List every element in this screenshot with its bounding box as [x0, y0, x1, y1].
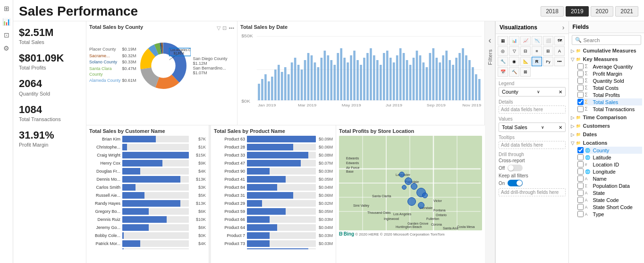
svg-text:Inglewood: Inglewood	[384, 217, 399, 221]
customer-bar-chart-box[interactable]: Total Sales by Customer Name Brian Kim$7…	[86, 125, 209, 263]
viz-panel-arrow[interactable]: ›	[562, 24, 565, 31]
donut-chart-title: Total Sales by County	[89, 24, 143, 30]
tooltips-add-btn[interactable]: Add data fields here	[499, 141, 566, 149]
sidebar-icon-settings[interactable]: ⚙	[2, 44, 11, 53]
field-checkbox-type[interactable]	[577, 211, 584, 217]
viz-icon-more[interactable]: •••	[554, 57, 565, 66]
field-item-total-transactions: ΣTotal Transactions	[577, 105, 642, 113]
field-group-cumulative-header[interactable]: ▷ 📁 Cumulative Measures	[571, 47, 642, 54]
viz-icon-slicer[interactable]: 🔨	[509, 67, 519, 77]
sidebar-icon-chart[interactable]: 📊	[2, 17, 11, 26]
details-add-btn[interactable]: Add data fields here	[499, 105, 566, 114]
svg-rect-77	[445, 51, 448, 100]
field-checkbox-state-code[interactable]	[577, 197, 584, 203]
field-checkbox-name[interactable]	[577, 175, 584, 182]
viz-icon-bar[interactable]: ▦	[498, 36, 508, 45]
keep-all-filters-label: Keep all filters	[499, 173, 566, 178]
kpi-total-transactions-value: 1084	[19, 104, 80, 115]
filters-sidebar[interactable]: ‹ Filters	[485, 21, 495, 263]
viz-icon-ribbon[interactable]: ⊟	[520, 46, 531, 56]
kpi-total-profits-label: Total Profits	[19, 65, 80, 70]
viz-icon-donut[interactable]: ◎	[498, 46, 508, 56]
values-select[interactable]: Total Sales ∨ ✕	[499, 123, 566, 132]
viz-icon-area[interactable]: 📉	[532, 36, 542, 45]
table-row: Product 64$0.04M	[214, 224, 333, 231]
field-checkbox-latitude[interactable]	[577, 154, 584, 160]
keep-filters-toggle[interactable]	[508, 180, 523, 186]
viz-icon-card[interactable]: A	[554, 46, 565, 56]
year-btn-2019[interactable]: 2019	[566, 6, 589, 17]
svg-rect-38	[317, 67, 320, 100]
field-checkbox-total-sales[interactable]	[577, 99, 584, 105]
sidebar-icon-grid[interactable]: ⊞	[2, 4, 11, 13]
line-chart-box[interactable]: Total Sales by Date $50K $0K	[237, 21, 485, 125]
year-btn-2020[interactable]: 2020	[591, 6, 614, 17]
viz-icon-treemap[interactable]: ⊠	[520, 67, 531, 77]
svg-rect-75	[439, 62, 441, 100]
map-chart-box[interactable]: Total Profits by Store Location	[336, 125, 485, 263]
field-search-box[interactable]: 🔍	[572, 35, 641, 45]
values-value: Total Sales	[502, 124, 527, 130]
field-checkbox-longitude[interactable]	[577, 168, 584, 175]
field-search-input[interactable]	[584, 37, 638, 43]
field-checkbox-qty-sold[interactable]	[577, 78, 584, 84]
legend-select[interactable]: County ∨ ✕	[499, 87, 566, 96]
svg-rect-74	[435, 58, 438, 100]
field-checkbox-state-short-code[interactable]	[577, 204, 584, 210]
field-checkbox-total-transactions[interactable]	[577, 106, 584, 112]
cumulative-label: Cumulative Measures	[583, 48, 636, 53]
sidebar-icon-layout[interactable]: ⊡	[2, 30, 11, 40]
svg-rect-47	[347, 62, 349, 100]
viz-icon-scatter[interactable]: ⬜	[543, 36, 553, 45]
viz-icon-kpi[interactable]: 🔧	[498, 57, 508, 66]
filter-icon[interactable]: ▽	[217, 25, 220, 31]
field-checkbox-population[interactable]	[577, 183, 584, 189]
field-checkbox-avg-qty[interactable]	[577, 63, 584, 70]
viz-icon-line[interactable]: 📈	[520, 36, 531, 45]
right-panels-wrapper: Visualizations › ▦ 📊 📈 📉 ⬜ 🗺	[495, 21, 644, 263]
field-checkbox-county[interactable]	[577, 147, 584, 153]
field-checkbox-profit-margin[interactable]	[577, 70, 584, 77]
viz-icon-gauge[interactable]: ◉	[509, 57, 519, 66]
year-btn-2018[interactable]: 2018	[541, 6, 564, 17]
viz-icon-py[interactable]: Py	[543, 57, 553, 66]
filters-arrow[interactable]: ‹	[489, 35, 491, 45]
viz-icon-date[interactable]: 📅	[498, 67, 508, 77]
add-drillthrough-btn[interactable]: Add drill-through fields here	[499, 188, 566, 196]
viz-icon-waterfall[interactable]: 📐	[520, 57, 531, 66]
expand-icon[interactable]: ⊡	[222, 25, 227, 31]
year-btn-2021[interactable]: 2021	[615, 6, 638, 17]
legend-close[interactable]: ✕	[559, 89, 562, 95]
product-bar-chart-box[interactable]: Total Sales by Product Name Product 63$0…	[211, 125, 336, 263]
field-group-dates-header[interactable]: ▷ 📁 Dates	[571, 131, 642, 138]
svg-rect-72	[429, 53, 432, 100]
more-icon[interactable]: •••	[229, 25, 234, 31]
values-close[interactable]: ✕	[559, 125, 562, 130]
table-row: Russell Aie...$5K	[89, 192, 206, 199]
key-arrow-icon: ▽	[571, 57, 575, 62]
field-checkbox-location-id[interactable]	[577, 161, 584, 167]
field-checkbox-total-costs[interactable]	[577, 85, 584, 91]
field-checkbox-state[interactable]	[577, 190, 584, 196]
field-label-avg-qty: Average Quantity	[593, 64, 633, 70]
viz-icon-r[interactable]: R	[532, 57, 542, 66]
table-row: Brian Kim$7K	[89, 136, 206, 142]
donut-chart-box[interactable]: Total Sales by County ▽ ⊡ ••• Placer Cou…	[86, 21, 237, 125]
field-group-time-header[interactable]: ▷ 📁 Time Comparison	[571, 114, 642, 121]
field-label-latitude: Latitude	[593, 155, 611, 160]
field-group-customers-header[interactable]: ▷ 📁 Customers	[571, 122, 642, 130]
map-container[interactable]: Edwards Edwards Air Force Base Lancaster…	[339, 136, 482, 230]
key-measures-label: Key Measures	[583, 56, 618, 62]
svg-rect-30	[291, 62, 293, 100]
viz-icon-map[interactable]: 🗺	[554, 36, 565, 45]
viz-icon-funnel[interactable]: ▽	[509, 46, 519, 56]
field-checkbox-total-profits[interactable]	[577, 92, 584, 98]
viz-icon-matrix[interactable]: ⊞	[543, 46, 553, 56]
cross-report-toggle[interactable]	[508, 165, 523, 171]
cross-report-toggle-knob	[508, 165, 514, 171]
svg-rect-41	[327, 55, 329, 100]
field-group-key-header[interactable]: ▽ 📁 Key Measures	[571, 55, 642, 63]
field-group-locations-header[interactable]: ▽ 📁 Locations	[571, 139, 642, 147]
viz-icon-column[interactable]: 📊	[509, 36, 519, 45]
viz-icon-table[interactable]: ≡	[532, 46, 542, 56]
